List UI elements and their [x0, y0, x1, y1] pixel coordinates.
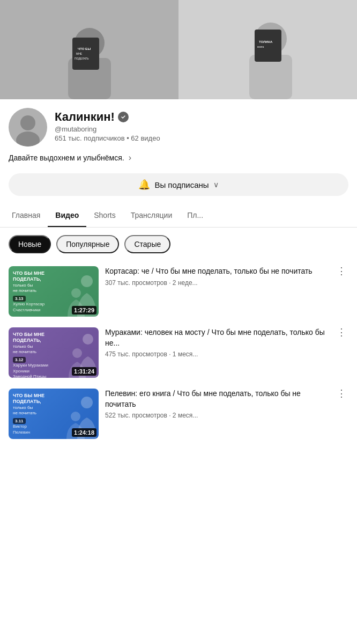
- video-list: ЧТО БЫ МНЕПОДЕЛАТЬ,только быне почитать …: [0, 261, 357, 444]
- svg-text:ТОЛИНА: ТОЛИНА: [259, 40, 273, 43]
- svg-point-17: [83, 334, 93, 345]
- video-meta-1: 307 тыс. просмотров · 2 неде...: [105, 279, 332, 287]
- tabs-nav: Главная Видео Shorts Трансляции Пл...: [0, 204, 357, 228]
- thumb-title-2: ЧТО БЫ МНЕПОДЕЛАТЬ,только быне почитать: [13, 332, 53, 355]
- channel-name-row: Калинкин!: [55, 110, 348, 124]
- table-row[interactable]: ЧТО БЫ МНЕПОДЕЛАТЬ,только быне почитать …: [4, 322, 353, 383]
- video-info-3: Пелевин: его книга / Что бы мне поделать…: [105, 389, 348, 419]
- thumb-title-3: ЧТО БЫ МНЕПОДЕЛАТЬ,только быне почитать: [13, 393, 53, 416]
- video-duration-1: 1:27:29: [72, 306, 96, 314]
- video-thumbnail-2: ЧТО БЫ МНЕПОДЕЛАТЬ,только быне почитать …: [9, 327, 99, 378]
- video-more-button-1[interactable]: ⋮: [334, 266, 348, 276]
- svg-point-12: [20, 115, 35, 130]
- thumb-ep-1: 3.13: [13, 296, 26, 302]
- thumb-ep-2: 3.12: [13, 357, 26, 363]
- video-thumbnail-1: ЧТО БЫ МНЕПОДЕЛАТЬ,только быне почитать …: [9, 266, 99, 317]
- svg-point-18: [72, 348, 82, 358]
- tab-video[interactable]: Видео: [48, 204, 86, 227]
- verified-badge: [118, 112, 129, 122]
- subscribe-container: 🔔 Вы подписаны ∨: [0, 169, 357, 204]
- avatar: [9, 108, 47, 147]
- filter-new[interactable]: Новые: [9, 235, 51, 253]
- filter-old[interactable]: Старые: [124, 235, 170, 253]
- video-duration-2: 1:31:24: [72, 367, 96, 376]
- subscribe-button[interactable]: 🔔 Вы подписаны ∨: [9, 173, 348, 196]
- svg-point-20: [71, 412, 80, 421]
- tab-home[interactable]: Главная: [4, 204, 48, 227]
- channel-info-section: Калинкин! @mutaboring 651 тыс. подписчик…: [0, 99, 357, 151]
- video-title-3: Пелевин: его книга / Что бы мне поделать…: [105, 389, 332, 409]
- description-text: Давайте выдохнем и улыбнёмся.: [9, 153, 124, 162]
- video-text-1: Кортасар: че / Что бы мне поделать, толь…: [105, 266, 332, 287]
- video-more-button-2[interactable]: ⋮: [334, 327, 348, 337]
- video-thumbnail-3: ЧТО БЫ МНЕПОДЕЛАТЬ,только быне почитать …: [9, 389, 99, 439]
- channel-name: Калинкин!: [55, 110, 115, 124]
- video-info-1: Кортасар: че / Что бы мне поделать, толь…: [105, 266, 348, 287]
- chevron-right-icon: ›: [129, 153, 131, 163]
- banner-left: ЧТО БЫ МНЕ ПОДЕЛАТЬ: [0, 0, 178, 99]
- video-duration-3: 1:24:18: [72, 428, 96, 437]
- video-info-2: Мураками: человек на мосту / Что бы мне …: [105, 327, 348, 358]
- video-text-3: Пелевин: его книга / Что бы мне поделать…: [105, 389, 332, 419]
- filter-row: Новые Популярные Старые: [0, 228, 357, 261]
- banner-right: ТОЛИНА книга: [178, 0, 357, 99]
- channel-stats: 651 тыс. подписчиков • 62 видео: [55, 134, 348, 142]
- svg-text:МНЕ: МНЕ: [76, 52, 83, 55]
- svg-text:ЧТО БЫ: ЧТО БЫ: [78, 47, 91, 50]
- video-meta-3: 522 тыс. просмотров · 2 меся...: [105, 412, 332, 419]
- svg-text:ПОДЕЛАТЬ: ПОДЕЛАТЬ: [75, 57, 89, 60]
- video-text-2: Мураками: человек на мосту / Что бы мне …: [105, 327, 332, 358]
- bell-icon: 🔔: [138, 179, 150, 191]
- thumb-title-1: ЧТО БЫ МНЕПОДЕЛАТЬ,только быне почитать: [13, 270, 53, 294]
- filter-popular[interactable]: Популярные: [56, 235, 119, 253]
- subscribe-label: Вы подписаны: [154, 180, 209, 189]
- table-row[interactable]: ЧТО БЫ МНЕПОДЕЛАТЬ,только быне почитать …: [4, 383, 353, 444]
- description-row[interactable]: Давайте выдохнем и улыбнёмся. ›: [0, 151, 357, 169]
- video-title-1: Кортасар: че / Что бы мне поделать, толь…: [105, 266, 332, 277]
- table-row[interactable]: ЧТО БЫ МНЕПОДЕЛАТЬ,только быне почитать …: [4, 261, 353, 322]
- svg-point-15: [81, 275, 93, 287]
- chevron-down-icon: ∨: [213, 180, 219, 189]
- tab-playlists[interactable]: Пл...: [180, 204, 211, 227]
- video-title-2: Мураками: человек на мосту / Что бы мне …: [105, 327, 332, 348]
- tab-streams[interactable]: Трансляции: [123, 204, 180, 227]
- channel-handle: @mutaboring: [55, 125, 348, 133]
- svg-point-16: [71, 288, 81, 298]
- svg-point-19: [81, 397, 93, 408]
- channel-banner: ЧТО БЫ МНЕ ПОДЕЛАТЬ ТОЛИНА книга: [0, 0, 357, 99]
- tab-shorts[interactable]: Shorts: [86, 204, 123, 227]
- svg-text:книга: книга: [257, 45, 264, 48]
- thumb-ep-3: 3.11: [13, 418, 26, 424]
- video-meta-2: 475 тыс. просмотров · 1 меся...: [105, 350, 332, 358]
- channel-details: Калинкин! @mutaboring 651 тыс. подписчик…: [55, 108, 348, 142]
- video-more-button-3[interactable]: ⋮: [334, 389, 348, 398]
